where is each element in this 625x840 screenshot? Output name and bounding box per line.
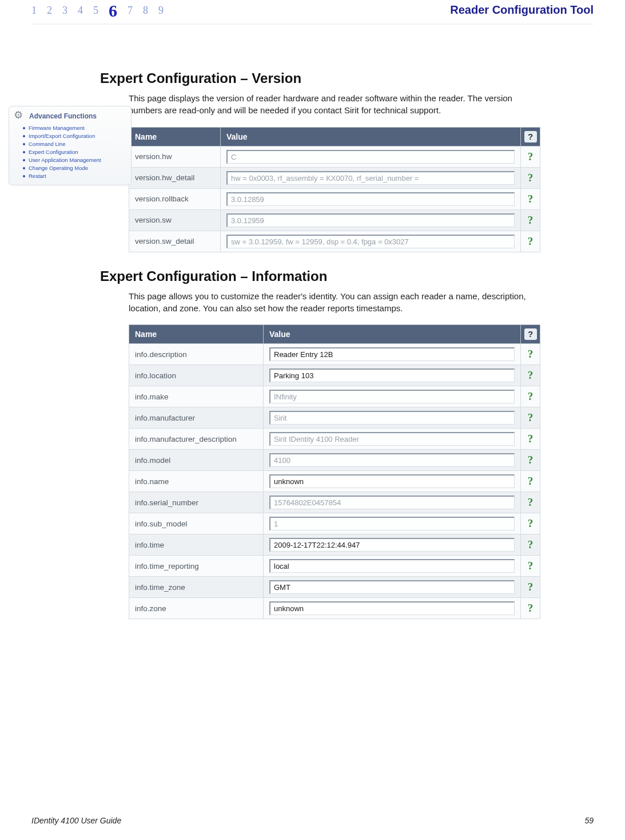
column-name-header: Name bbox=[129, 127, 221, 146]
section-information-text: This page allows you to customize the re… bbox=[129, 290, 529, 315]
chapter-number[interactable]: 8 bbox=[143, 5, 148, 17]
row-help-cell: ? bbox=[521, 146, 540, 167]
help-icon[interactable]: ? bbox=[528, 475, 534, 487]
row-value-input bbox=[269, 390, 515, 403]
sidebar-item[interactable]: Firmware Management bbox=[24, 124, 126, 132]
footer-page-number: 59 bbox=[584, 816, 594, 825]
table-row: info.manufacturer_description? bbox=[129, 429, 540, 450]
row-value-cell bbox=[264, 429, 521, 450]
row-value-input[interactable] bbox=[269, 347, 515, 361]
sidebar-item[interactable]: User Application Management bbox=[24, 156, 126, 164]
row-help-cell: ? bbox=[521, 513, 540, 534]
sidebar-item[interactable]: Change Operating Mode bbox=[24, 164, 126, 172]
table-row: version.hw_detail? bbox=[129, 167, 540, 188]
table-row: info.time? bbox=[129, 534, 540, 556]
row-name: info.sub_model bbox=[129, 513, 264, 534]
column-value-header: Value bbox=[264, 325, 521, 344]
row-value-input bbox=[226, 150, 515, 164]
help-icon[interactable]: ? bbox=[528, 496, 534, 508]
sidebar-item[interactable]: Command Line bbox=[24, 140, 126, 148]
chapter-number[interactable]: 6 bbox=[109, 6, 117, 18]
help-icon[interactable]: ? bbox=[528, 433, 534, 445]
chapter-number[interactable]: 4 bbox=[78, 5, 83, 17]
chapter-number[interactable]: 3 bbox=[62, 5, 67, 17]
help-icon[interactable]: ? bbox=[528, 214, 534, 226]
row-name: info.model bbox=[129, 450, 264, 471]
column-help-header[interactable]: ? bbox=[521, 127, 540, 146]
column-value-header: Value bbox=[221, 127, 521, 146]
header-title: Reader Configuration Tool bbox=[450, 3, 594, 17]
row-help-cell: ? bbox=[521, 209, 540, 231]
version-table-body: version.hw?version.hw_detail?version.rol… bbox=[129, 146, 540, 252]
chapter-number[interactable]: 2 bbox=[47, 5, 52, 17]
information-table-body: info.description?info.location?info.make… bbox=[129, 344, 540, 619]
row-value-input[interactable] bbox=[269, 601, 515, 615]
help-icon[interactable]: ? bbox=[528, 581, 534, 593]
row-value-input[interactable] bbox=[269, 369, 515, 382]
row-value-cell bbox=[264, 598, 521, 619]
help-icon[interactable]: ? bbox=[528, 454, 534, 466]
help-icon[interactable]: ? bbox=[528, 150, 534, 163]
row-help-cell: ? bbox=[521, 492, 540, 513]
sidebar-item[interactable]: Import/Export Configuration bbox=[24, 132, 126, 140]
help-icon[interactable]: ? bbox=[528, 411, 534, 423]
row-value-input[interactable] bbox=[269, 580, 515, 594]
section-information-heading: Expert Configuration – Information bbox=[100, 268, 594, 284]
table-row: info.zone? bbox=[129, 598, 540, 619]
sidebar-item[interactable]: Expert Configuration bbox=[24, 148, 126, 156]
row-help-cell: ? bbox=[521, 344, 540, 365]
row-value-input[interactable] bbox=[269, 538, 515, 552]
row-value-input bbox=[226, 192, 515, 206]
gear-icon bbox=[14, 110, 26, 122]
row-help-cell: ? bbox=[521, 598, 540, 619]
row-value-cell bbox=[264, 577, 521, 598]
row-help-cell: ? bbox=[521, 450, 540, 471]
table-row: info.manufacturer? bbox=[129, 407, 540, 429]
help-icon[interactable]: ? bbox=[524, 328, 537, 340]
help-icon[interactable]: ? bbox=[528, 348, 534, 360]
help-icon[interactable]: ? bbox=[528, 517, 534, 529]
chapter-number[interactable]: 9 bbox=[158, 5, 164, 17]
row-value-cell bbox=[264, 513, 521, 534]
sidebar-item[interactable]: Restart bbox=[24, 172, 126, 180]
row-value-input bbox=[226, 235, 515, 248]
table-row: info.description? bbox=[129, 344, 540, 365]
row-name: version.hw_detail bbox=[129, 167, 221, 188]
column-help-header[interactable]: ? bbox=[521, 325, 540, 344]
row-name: info.manufacturer bbox=[129, 407, 264, 429]
help-icon[interactable]: ? bbox=[528, 193, 534, 205]
chapter-number[interactable]: 1 bbox=[31, 5, 37, 17]
header-rule bbox=[31, 23, 594, 25]
row-help-cell: ? bbox=[521, 577, 540, 598]
row-value-cell bbox=[264, 344, 521, 365]
chapter-number[interactable]: 5 bbox=[93, 5, 98, 17]
row-value-cell bbox=[221, 188, 521, 209]
row-help-cell: ? bbox=[521, 429, 540, 450]
row-value-input[interactable] bbox=[269, 559, 515, 573]
help-icon[interactable]: ? bbox=[528, 390, 534, 402]
help-icon[interactable]: ? bbox=[528, 369, 534, 381]
version-table: Name Value ? version.hw?version.hw_detai… bbox=[129, 127, 540, 252]
sidebar-list: Firmware ManagementImport/Export Configu… bbox=[14, 124, 126, 180]
help-icon[interactable]: ? bbox=[528, 560, 534, 572]
row-help-cell: ? bbox=[521, 188, 540, 209]
row-value-cell bbox=[221, 167, 521, 188]
row-name: version.sw bbox=[129, 209, 221, 231]
row-help-cell: ? bbox=[521, 386, 540, 407]
help-icon[interactable]: ? bbox=[528, 602, 534, 614]
row-name: version.hw bbox=[129, 146, 221, 167]
row-name: version.sw_detail bbox=[129, 231, 221, 252]
help-icon[interactable]: ? bbox=[528, 172, 534, 184]
row-name: info.time bbox=[129, 534, 264, 556]
help-icon[interactable]: ? bbox=[528, 235, 534, 247]
section-version-heading: Expert Configuration – Version bbox=[100, 70, 594, 86]
help-icon[interactable]: ? bbox=[524, 131, 537, 142]
chapter-number[interactable]: 7 bbox=[128, 5, 133, 17]
row-value-cell bbox=[264, 556, 521, 577]
row-value-input[interactable] bbox=[269, 474, 515, 488]
table-row: info.model? bbox=[129, 450, 540, 471]
row-help-cell: ? bbox=[521, 556, 540, 577]
column-name-header: Name bbox=[129, 325, 264, 344]
help-icon[interactable]: ? bbox=[528, 538, 534, 550]
row-name: info.location bbox=[129, 365, 264, 386]
